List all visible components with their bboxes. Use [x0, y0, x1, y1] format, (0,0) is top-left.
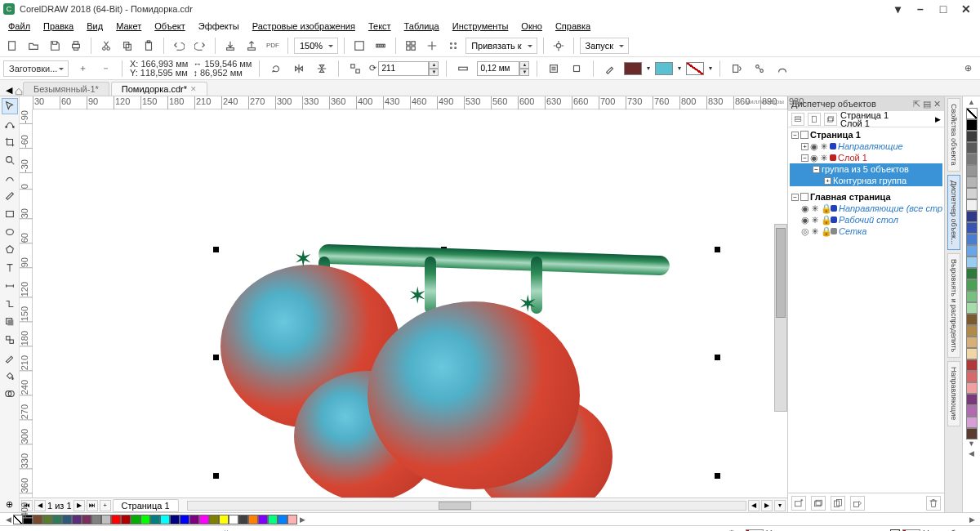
- copies-field[interactable]: ⟳ ▲▼: [369, 61, 439, 76]
- stepper-down-icon[interactable]: ▼: [429, 69, 439, 76]
- color-none[interactable]: [966, 108, 978, 119]
- color-swatch[interactable]: [966, 234, 978, 245]
- color-swatch[interactable]: [287, 515, 297, 524]
- docker-object-properties[interactable]: Свойства объекта: [947, 98, 960, 172]
- ellipse-tool[interactable]: [2, 224, 18, 240]
- rotate-icon[interactable]: [267, 60, 285, 78]
- color-swatch[interactable]: [966, 188, 978, 199]
- color-swatch[interactable]: [121, 515, 131, 524]
- color-swatch[interactable]: [209, 515, 219, 524]
- color-swatch[interactable]: [966, 268, 978, 279]
- palette-up-icon[interactable]: ▲: [968, 98, 975, 108]
- maximize-button[interactable]: □: [933, 2, 954, 16]
- minimize-button[interactable]: –: [910, 2, 931, 16]
- horizontal-scrollbar[interactable]: [187, 501, 746, 511]
- drawing-canvas[interactable]: ✶ ✶ ✶: [33, 109, 787, 498]
- home-tab-icon[interactable]: [15, 87, 23, 96]
- convert-curves-icon[interactable]: [773, 60, 791, 78]
- grid-icon[interactable]: [402, 37, 420, 55]
- color-swatch[interactable]: [150, 515, 160, 524]
- color-swatch[interactable]: [966, 257, 978, 268]
- pick-tool[interactable]: [2, 98, 18, 114]
- pdf-icon[interactable]: PDF: [264, 37, 282, 55]
- color-swatch[interactable]: [966, 371, 978, 382]
- scroll-left-button[interactable]: ◀: [748, 500, 760, 511]
- color-swatch[interactable]: [72, 515, 82, 524]
- panel-close-icon[interactable]: ✕: [933, 99, 941, 109]
- menu-text[interactable]: Текст: [363, 20, 396, 33]
- tab-scroll-icon[interactable]: ◀: [3, 85, 15, 96]
- layer-view-icon[interactable]: [791, 113, 804, 126]
- color-swatch[interactable]: [966, 337, 978, 348]
- freehand-tool[interactable]: [2, 170, 18, 186]
- color-swatch[interactable]: [966, 394, 978, 405]
- last-page-button[interactable]: ⏭: [87, 500, 98, 511]
- stepper-up-icon[interactable]: ▲: [429, 61, 439, 69]
- app-menu-button[interactable]: ▾: [887, 2, 908, 16]
- tomato-artwork[interactable]: ✶ ✶ ✶: [196, 232, 719, 498]
- scroll-right-button[interactable]: ▶: [761, 500, 773, 511]
- color-swatch[interactable]: [966, 291, 978, 302]
- zoom-select[interactable]: 150%: [294, 38, 338, 54]
- menu-tools[interactable]: Инструменты: [448, 20, 514, 33]
- color-swatch[interactable]: [966, 119, 978, 131]
- object-styles-icon[interactable]: [751, 60, 768, 78]
- color-swatch[interactable]: [189, 515, 199, 524]
- flyout-arrow-icon[interactable]: ▶: [935, 115, 941, 123]
- color-swatch[interactable]: [966, 142, 978, 154]
- presets-dropdown[interactable]: Заготовки...: [3, 60, 69, 77]
- toolbox-customize-icon[interactable]: ⊕: [2, 496, 18, 512]
- rectangle-tool[interactable]: [2, 206, 18, 222]
- color-swatch[interactable]: [199, 515, 209, 524]
- color-swatch[interactable]: [966, 245, 978, 257]
- wrap-text-icon[interactable]: [545, 60, 563, 78]
- tab-close-icon[interactable]: ✕: [190, 85, 197, 93]
- menu-help[interactable]: Справка: [550, 20, 595, 33]
- color-swatch[interactable]: [966, 359, 978, 371]
- color-swatch[interactable]: [140, 515, 150, 524]
- zoom-tool[interactable]: [2, 152, 18, 168]
- tab-document[interactable]: Помидорка.cdr*✕: [111, 82, 207, 96]
- delete-layer-icon[interactable]: [926, 496, 941, 511]
- color-swatch[interactable]: [966, 325, 978, 337]
- color-swatch[interactable]: [91, 515, 101, 524]
- color-swatch[interactable]: [278, 515, 287, 524]
- color-swatch[interactable]: [160, 515, 170, 524]
- options-icon[interactable]: [550, 37, 568, 55]
- copy-properties-icon[interactable]: [728, 60, 746, 78]
- save-icon[interactable]: [46, 37, 64, 55]
- shape-tool[interactable]: [2, 116, 18, 132]
- mirror-h-icon[interactable]: [290, 60, 308, 78]
- bpal-none[interactable]: [13, 515, 23, 524]
- tree-grid[interactable]: ◎⛯🔒Сетка: [790, 225, 942, 237]
- color-swatch[interactable]: [62, 515, 72, 524]
- color-swatch[interactable]: [180, 515, 189, 524]
- color-swatch[interactable]: [170, 515, 180, 524]
- palette-down-icon[interactable]: ▼: [968, 440, 975, 449]
- print-icon[interactable]: [67, 37, 85, 55]
- horizontal-ruler[interactable]: миллиметры 30609012015018021024027030033…: [33, 96, 787, 109]
- tree-guides-all[interactable]: ◉⛯🔒Направляющие (все страницы): [790, 203, 942, 214]
- new-icon[interactable]: [3, 37, 21, 55]
- color-swatch[interactable]: [966, 165, 978, 176]
- tree-guides[interactable]: +◉⛯Направляющие: [790, 141, 942, 152]
- bpal-right-icon[interactable]: ▶: [297, 515, 307, 524]
- color-swatch[interactable]: [966, 279, 978, 291]
- menu-view[interactable]: Вид: [82, 20, 108, 33]
- color-swatch[interactable]: [966, 176, 978, 188]
- menu-window[interactable]: Окно: [516, 20, 547, 33]
- tree-group-5[interactable]: −группа из 5 объектов: [790, 163, 942, 175]
- docker-object-manager[interactable]: Диспетчер объек...: [947, 175, 960, 250]
- move-to-layer-icon[interactable]: [850, 496, 865, 511]
- paste-icon[interactable]: [140, 37, 158, 55]
- color-swatch[interactable]: [131, 515, 140, 524]
- connector-tool[interactable]: [2, 296, 18, 312]
- eyedropper-tool[interactable]: [2, 350, 18, 366]
- undo-icon[interactable]: [170, 37, 188, 55]
- vertical-scrollbar[interactable]: [774, 224, 787, 412]
- snap-to-dropdown[interactable]: Привязать к: [466, 38, 537, 54]
- color-swatch[interactable]: [966, 428, 978, 440]
- import-icon[interactable]: [221, 37, 239, 55]
- snap-grid-icon[interactable]: [444, 37, 462, 55]
- redo-icon[interactable]: [191, 37, 209, 55]
